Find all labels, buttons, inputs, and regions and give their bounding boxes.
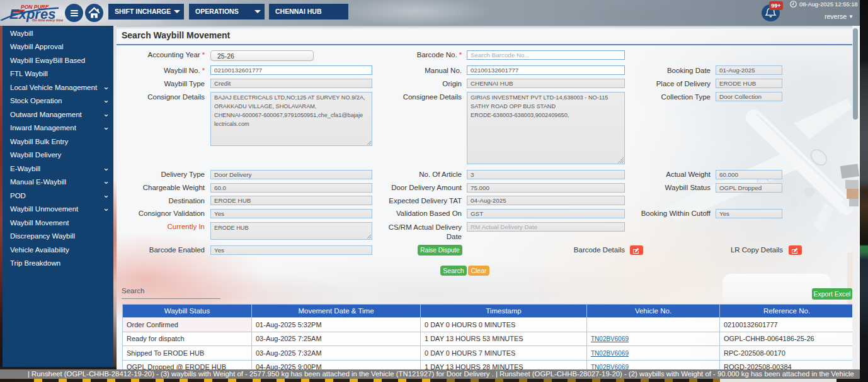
svg-text:On time every time: On time every time bbox=[32, 18, 63, 22]
